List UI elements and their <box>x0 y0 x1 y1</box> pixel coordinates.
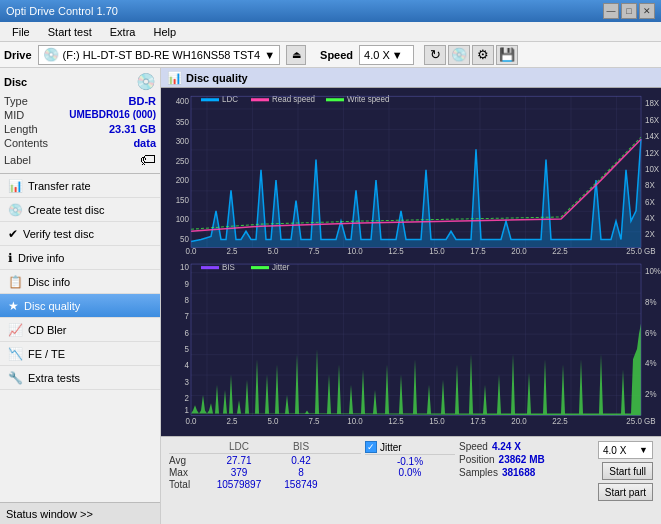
status-window-label: Status window >> <box>6 508 93 520</box>
speed-dropdown[interactable]: 4.0 X ▼ <box>598 441 653 459</box>
menu-start-test[interactable]: Start test <box>40 24 100 40</box>
chevron-down-icon: ▼ <box>392 49 403 61</box>
disc-panel-title: Disc <box>4 76 27 88</box>
cd-bler-label: CD Bler <box>28 324 67 336</box>
svg-rect-32 <box>251 98 269 101</box>
app-title: Opti Drive Control 1.70 <box>6 5 118 17</box>
svg-text:16X: 16X <box>645 116 660 125</box>
verify-disc-icon: ✔ <box>8 227 18 241</box>
chevron-down-icon: ▼ <box>639 445 648 455</box>
stats-bar: LDC BIS Avg 27.71 0.42 Max 379 8 <box>161 436 661 524</box>
mid-value: UMEBDR016 (000) <box>69 109 156 121</box>
nav-items: 📊 Transfer rate 💿 Create test disc ✔ Ver… <box>0 174 160 502</box>
save-button[interactable]: 💾 <box>496 45 518 65</box>
chart-title: Disc quality <box>186 72 248 84</box>
avg-ldc: 27.71 <box>203 455 275 466</box>
start-part-button[interactable]: Start part <box>598 483 653 501</box>
speed-section: Speed 4.24 X Position 23862 MB Samples 3… <box>459 441 569 478</box>
sidebar-item-disc-info[interactable]: 📋 Disc info <box>0 270 160 294</box>
svg-text:7.5: 7.5 <box>308 417 320 426</box>
svg-text:0.0: 0.0 <box>185 247 197 256</box>
minimize-button[interactable]: — <box>603 3 619 19</box>
svg-text:150: 150 <box>176 196 190 205</box>
disc-quality-label: Disc quality <box>24 300 80 312</box>
avg-bis: 0.42 <box>277 455 325 466</box>
status-window-button[interactable]: Status window >> <box>0 502 160 524</box>
position-value: 23862 MB <box>499 454 545 465</box>
svg-text:10.0: 10.0 <box>347 247 363 256</box>
svg-text:20.0: 20.0 <box>511 417 527 426</box>
eject-button[interactable]: ⏏ <box>286 45 306 65</box>
svg-text:Jitter: Jitter <box>272 263 290 272</box>
svg-text:2.5: 2.5 <box>226 417 238 426</box>
sidebar-item-fe-te[interactable]: 📉 FE / TE <box>0 342 160 366</box>
col-header-empty <box>169 441 201 452</box>
avg-label: Avg <box>169 455 201 466</box>
speed-label: Speed <box>320 49 353 61</box>
speed-key: Speed <box>459 441 488 452</box>
create-disc-icon: 💿 <box>8 203 23 217</box>
sidebar-item-verify-test-disc[interactable]: ✔ Verify test disc <box>0 222 160 246</box>
menu-file[interactable]: File <box>4 24 38 40</box>
svg-text:15.0: 15.0 <box>429 417 445 426</box>
drive-text: (F:) HL-DT-ST BD-RE WH16NS58 TST4 <box>63 49 261 61</box>
speed-value: 4.24 X <box>492 441 521 452</box>
svg-text:17.5: 17.5 <box>470 247 486 256</box>
disc-info-button[interactable]: 💿 <box>448 45 470 65</box>
jitter-label: Jitter <box>380 442 402 453</box>
sidebar: Disc 💿 Type BD-R MID UMEBDR016 (000) Len… <box>0 68 161 524</box>
content-area: 📊 Disc quality 400 350 300 250 200 <box>161 68 661 524</box>
svg-text:4%: 4% <box>645 359 657 368</box>
drive-select[interactable]: 💿 (F:) HL-DT-ST BD-RE WH16NS58 TST4 ▼ <box>38 45 281 65</box>
refresh-button[interactable]: ↻ <box>424 45 446 65</box>
svg-text:4X: 4X <box>645 214 655 223</box>
sidebar-item-create-test-disc[interactable]: 💿 Create test disc <box>0 198 160 222</box>
right-controls: 4.0 X ▼ Start full Start part <box>573 441 653 501</box>
disc-info-icon: 📋 <box>8 275 23 289</box>
disc-info-label: Disc info <box>28 276 70 288</box>
start-full-button[interactable]: Start full <box>602 462 653 480</box>
sidebar-item-disc-quality[interactable]: ★ Disc quality <box>0 294 160 318</box>
svg-text:15.0: 15.0 <box>429 247 445 256</box>
sidebar-item-cd-bler[interactable]: 📈 CD Bler <box>0 318 160 342</box>
svg-text:7.5: 7.5 <box>308 247 320 256</box>
total-bis: 158749 <box>277 479 325 490</box>
max-bis: 8 <box>277 467 325 478</box>
svg-rect-42 <box>251 266 269 269</box>
chart-header: 📊 Disc quality <box>161 68 661 88</box>
drive-icon: 💿 <box>43 47 59 62</box>
svg-text:3: 3 <box>185 378 190 387</box>
svg-text:2%: 2% <box>645 390 657 399</box>
maximize-button[interactable]: □ <box>621 3 637 19</box>
disc-panel: Disc 💿 Type BD-R MID UMEBDR016 (000) Len… <box>0 68 160 174</box>
sidebar-item-transfer-rate[interactable]: 📊 Transfer rate <box>0 174 160 198</box>
sidebar-item-extra-tests[interactable]: 🔧 Extra tests <box>0 366 160 390</box>
length-label: Length <box>4 123 38 135</box>
svg-text:6X: 6X <box>645 198 655 207</box>
sidebar-item-drive-info[interactable]: ℹ Drive info <box>0 246 160 270</box>
contents-label: Contents <box>4 137 48 149</box>
label-icon: 🏷 <box>140 151 156 169</box>
verify-disc-label: Verify test disc <box>23 228 94 240</box>
svg-rect-40 <box>201 266 219 269</box>
svg-text:250: 250 <box>176 157 190 166</box>
menu-extra[interactable]: Extra <box>102 24 144 40</box>
transfer-rate-label: Transfer rate <box>28 180 91 192</box>
speed-select[interactable]: 4.0 X ▼ <box>359 45 414 65</box>
svg-text:0.0: 0.0 <box>185 417 197 426</box>
extra-tests-label: Extra tests <box>28 372 80 384</box>
close-button[interactable]: ✕ <box>639 3 655 19</box>
svg-text:6%: 6% <box>645 329 657 338</box>
svg-text:10: 10 <box>180 263 189 272</box>
svg-text:2: 2 <box>185 394 190 403</box>
svg-text:350: 350 <box>176 118 190 127</box>
svg-text:9: 9 <box>185 279 190 288</box>
svg-text:10%: 10% <box>645 267 661 276</box>
settings-button[interactable]: ⚙ <box>472 45 494 65</box>
max-ldc: 379 <box>203 467 275 478</box>
jitter-checkbox[interactable]: ✓ <box>365 441 377 453</box>
svg-text:25.0 GB: 25.0 GB <box>626 417 655 426</box>
samples-value: 381688 <box>502 467 535 478</box>
menu-help[interactable]: Help <box>145 24 184 40</box>
drive-label: Drive <box>4 49 32 61</box>
